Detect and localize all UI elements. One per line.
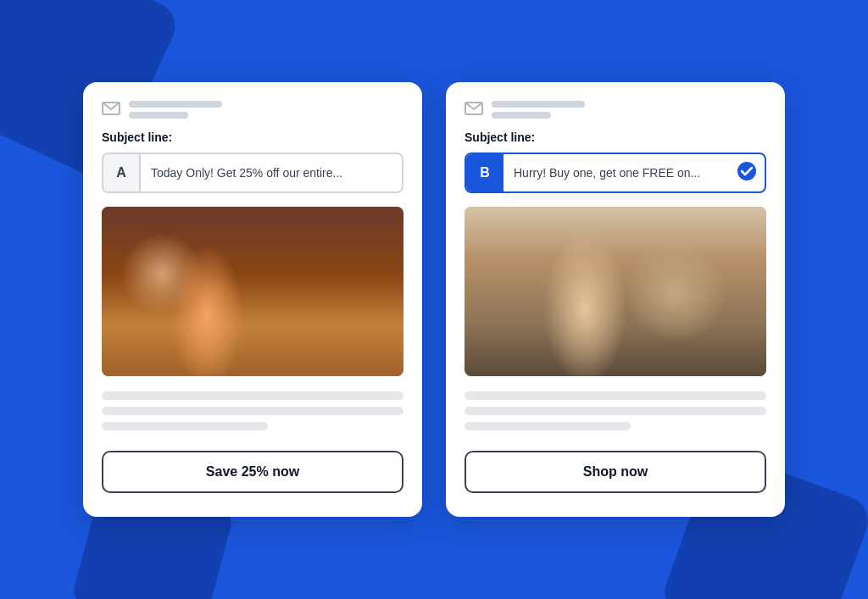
text-line-b-3: [465, 422, 631, 430]
placeholder-lines-a: [102, 391, 403, 430]
check-icon-b: [737, 162, 756, 184]
cta-button-b[interactable]: Shop now: [465, 451, 766, 493]
subject-input-a[interactable]: A Today Only! Get 25% off our entire...: [102, 153, 403, 193]
subject-text-a: Today Only! Get 25% off our entire...: [141, 166, 402, 180]
svg-point-2: [737, 162, 756, 180]
mail-icon-b: [465, 102, 483, 119]
text-line-a-3: [102, 422, 268, 430]
header-line-long-b: [492, 101, 585, 108]
cta-button-a[interactable]: Save 25% now: [102, 451, 403, 493]
card-header-b: [465, 101, 766, 119]
email-image-b: [465, 207, 766, 376]
card-header-a: [102, 101, 403, 119]
subject-input-b[interactable]: B Hurry! Buy one, get one FREE on...: [465, 153, 766, 193]
placeholder-lines-b: [465, 391, 766, 430]
header-line-short-a: [129, 112, 188, 119]
variant-badge-a: A: [103, 154, 141, 191]
text-line-a-1: [102, 391, 403, 400]
header-lines-b: [492, 101, 585, 119]
cards-container: Subject line: A Today Only! Get 25% off …: [83, 82, 785, 517]
text-line-b-1: [465, 391, 766, 400]
text-line-a-2: [102, 407, 403, 415]
email-card-a: Subject line: A Today Only! Get 25% off …: [83, 82, 422, 517]
variant-badge-b: B: [466, 154, 504, 191]
header-line-long-a: [129, 101, 222, 108]
subject-text-b: Hurry! Buy one, get one FREE on...: [504, 166, 737, 180]
mail-icon-a: [102, 102, 120, 119]
subject-label-a: Subject line:: [102, 130, 403, 144]
header-line-short-b: [492, 112, 551, 119]
subject-label-b: Subject line:: [465, 130, 766, 144]
email-image-a: [102, 207, 403, 376]
text-line-b-2: [465, 407, 766, 415]
email-card-b: Subject line: B Hurry! Buy one, get one …: [446, 82, 785, 517]
header-lines-a: [129, 101, 222, 119]
